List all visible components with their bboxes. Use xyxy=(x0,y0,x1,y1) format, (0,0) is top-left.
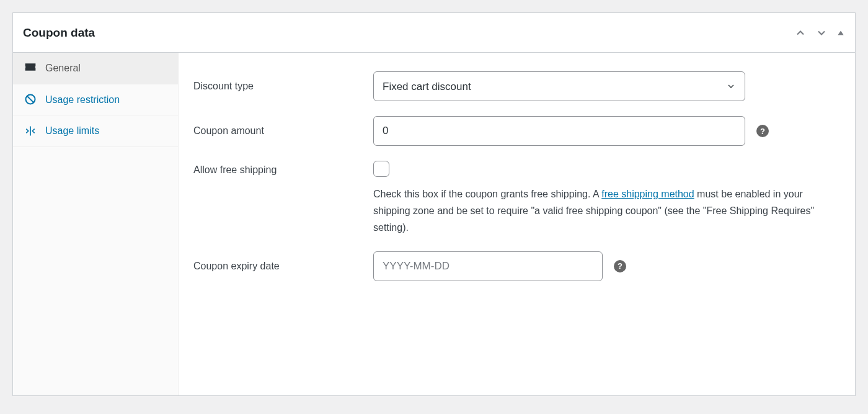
help-icon[interactable]: ? xyxy=(756,125,769,137)
panel-toggle-icon[interactable] xyxy=(836,29,845,37)
tab-content: Discount type Fixed cart discount Coupon… xyxy=(179,53,855,395)
tab-general[interactable]: General xyxy=(13,53,178,84)
field-expiry-date: Coupon expiry date ? xyxy=(193,244,840,289)
arrows-collapse-icon xyxy=(24,125,37,137)
panel-header: Coupon data xyxy=(13,13,855,53)
help-icon[interactable]: ? xyxy=(614,260,626,272)
panel-up-icon[interactable] xyxy=(794,27,807,39)
desc-text: Check this box if the coupon grants free… xyxy=(373,189,601,199)
free-shipping-label: Allow free shipping xyxy=(193,161,373,176)
tab-usage-restriction-label: Usage restriction xyxy=(45,93,167,107)
panel-down-icon[interactable] xyxy=(815,27,828,39)
ticket-icon xyxy=(24,62,37,74)
panel-body: General Usage restriction xyxy=(13,53,855,395)
field-coupon-amount: Coupon amount ? xyxy=(193,109,840,153)
free-shipping-description: Check this box if the coupon grants free… xyxy=(373,186,840,236)
svg-line-2 xyxy=(27,96,34,103)
coupon-amount-input[interactable] xyxy=(373,116,745,146)
desc-text: "a valid free shipping coupon" xyxy=(531,205,662,216)
field-free-shipping: Allow free shipping Check this box if th… xyxy=(193,153,840,244)
discount-type-label: Discount type xyxy=(193,81,373,92)
tabs-sidebar: General Usage restriction xyxy=(13,53,179,395)
tab-usage-limits-label: Usage limits xyxy=(45,124,167,138)
panel-title: Coupon data xyxy=(23,26,95,40)
field-discount-type: Discount type Fixed cart discount xyxy=(193,64,840,109)
tab-usage-limits[interactable]: Usage limits xyxy=(13,115,178,147)
free-shipping-method-link[interactable]: free shipping method xyxy=(601,189,694,199)
ban-icon xyxy=(24,93,37,106)
coupon-data-panel: Coupon data General xyxy=(12,12,856,396)
expiry-date-label: Coupon expiry date xyxy=(193,261,373,272)
panel-controls xyxy=(794,27,845,39)
svg-marker-0 xyxy=(838,30,843,35)
coupon-amount-label: Coupon amount xyxy=(193,125,373,137)
tab-general-label: General xyxy=(45,61,167,75)
tab-usage-restriction[interactable]: Usage restriction xyxy=(13,84,178,116)
free-shipping-checkbox[interactable] xyxy=(373,161,389,177)
discount-type-select[interactable]: Fixed cart discount xyxy=(373,71,745,101)
expiry-date-input[interactable] xyxy=(373,251,603,281)
